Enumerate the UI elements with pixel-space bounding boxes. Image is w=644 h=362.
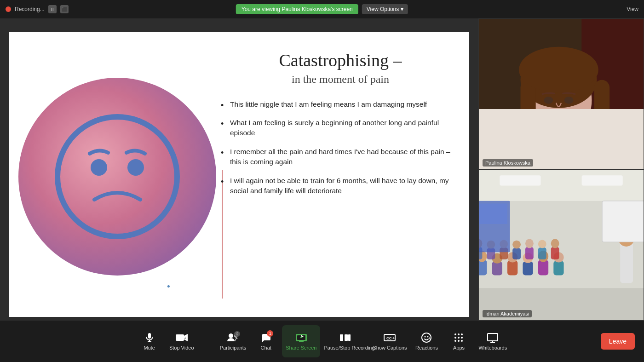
video-feed-person: Paulina Kloskowska [478, 18, 644, 170]
show-captions-icon: CC ▲ [383, 332, 396, 343]
svg-rect-14 [479, 170, 644, 201]
svg-point-76 [454, 340, 456, 342]
slide-title: Catastrophising – [221, 50, 460, 70]
svg-rect-18 [479, 260, 487, 275]
svg-rect-46 [602, 201, 644, 241]
svg-point-54 [229, 333, 233, 338]
pause-stop-recording-button[interactable]: Pause/Stop Recording [320, 325, 369, 357]
reactions-caret: ▲ [428, 336, 431, 340]
bottom-toolbar: ▲ Mute ▲ Stop Video 2 ▲ Participants [0, 321, 644, 362]
chat-button[interactable]: 1 Chat [250, 325, 282, 357]
reactions-icon: ▲ [421, 332, 432, 343]
stop-video-caret: ▲ [184, 336, 187, 340]
apps-icon [453, 332, 464, 343]
svg-point-11 [544, 97, 553, 103]
slide-illustration: + ○ [18, 78, 216, 299]
gradient-circle [18, 78, 216, 276]
bullet-3: I remember all the pain and hard times I… [221, 147, 460, 167]
mute-label: Mute [144, 345, 155, 351]
svg-point-1 [91, 159, 107, 176]
svg-rect-24 [523, 261, 533, 275]
video-panel: Paulina Kloskowska [478, 18, 644, 321]
bullet-2: What I am feeling is surely a beginning … [221, 118, 460, 138]
svg-rect-64 [348, 334, 351, 341]
chevron-down-icon: ▾ [401, 6, 403, 12]
stop-recording-button[interactable]: ⬛ [60, 5, 69, 13]
svg-rect-62 [340, 334, 343, 341]
mute-button[interactable]: ▲ Mute [133, 325, 166, 357]
svg-rect-36 [512, 248, 521, 259]
viewing-banner: You are viewing Paulina Kloskowska's scr… [236, 4, 358, 14]
stop-video-label: Stop Video [169, 345, 194, 351]
pause-recording-button[interactable]: ⏸ [48, 5, 57, 13]
view-options-button[interactable]: View Options ▾ [362, 4, 408, 14]
stop-video-button[interactable]: ▲ Stop Video [166, 325, 198, 357]
svg-rect-63 [345, 334, 348, 341]
bullet-4: I will again not be able to train for 6 … [221, 176, 460, 196]
slide-area: + ○ [0, 18, 478, 321]
svg-point-78 [461, 340, 463, 342]
svg-rect-20 [492, 261, 502, 275]
reactions-label: Reactions [415, 345, 438, 351]
main-content: + ○ [0, 18, 644, 321]
svg-point-77 [458, 340, 460, 342]
participants-caret: ▲ [235, 336, 239, 340]
svg-point-12 [564, 97, 574, 103]
svg-point-39 [525, 239, 534, 248]
bullet-1: This little niggle that I am feeling mea… [221, 99, 460, 109]
pause-stop-recording-label: Pause/Stop Recording [324, 345, 365, 351]
svg-point-37 [512, 240, 521, 248]
top-bar-center: You are viewing Paulina Kloskowska's scr… [236, 4, 408, 14]
svg-rect-79 [488, 333, 498, 341]
pause-stop-recording-icon [338, 332, 351, 343]
video-label-room: Idman Akademiyasi [483, 310, 532, 317]
share-screen-button[interactable]: Share Screen [282, 325, 320, 357]
svg-rect-26 [538, 260, 548, 275]
svg-point-75 [461, 337, 463, 339]
video-feed-room: Idman Akademiyasi [478, 170, 644, 321]
whiteboards-button[interactable]: Whiteboards [475, 325, 511, 357]
whiteboards-icon [487, 332, 499, 343]
slide-text-area: Catastrophising – in the moment of pain … [221, 50, 460, 205]
svg-text:CC: CC [386, 336, 392, 340]
participants-button[interactable]: 2 ▲ Participants [216, 325, 250, 357]
reactions-button[interactable]: ▲ Reactions [410, 325, 443, 357]
svg-rect-9 [594, 80, 610, 136]
svg-point-41 [538, 240, 546, 248]
person-video [479, 19, 644, 169]
participants-icon: 2 ▲ [226, 332, 239, 343]
slide-subtitle: in the moment of pain [221, 73, 460, 86]
top-bar-right: View [627, 6, 638, 12]
recording-label: Recording... [15, 6, 45, 12]
svg-rect-44 [620, 242, 633, 283]
svg-point-71 [458, 333, 460, 335]
participants-label: Participants [220, 345, 246, 351]
svg-rect-28 [553, 261, 564, 275]
svg-rect-42 [551, 247, 559, 259]
svg-rect-48 [479, 203, 507, 224]
show-captions-button[interactable]: CC ▲ Show Captions [369, 325, 410, 357]
apps-button[interactable]: Apps [443, 325, 475, 357]
svg-rect-8 [520, 80, 535, 146]
sad-face-svg [48, 108, 186, 246]
top-bar: Recording... ⏸ ⬛ You are viewing Paulina… [0, 0, 644, 18]
room-video [479, 170, 644, 321]
leave-button[interactable]: Leave [601, 333, 635, 350]
svg-point-2 [127, 159, 144, 176]
view-label: View [627, 6, 638, 12]
whiteboards-label: Whiteboards [478, 345, 507, 351]
apps-label: Apps [453, 345, 465, 351]
svg-rect-22 [507, 260, 518, 275]
svg-rect-38 [525, 247, 534, 259]
svg-point-43 [551, 239, 559, 248]
svg-rect-15 [500, 175, 540, 185]
video-label-person: Paulina Kloskowska [483, 159, 533, 167]
svg-rect-40 [538, 247, 546, 259]
chat-icon: 1 [260, 332, 271, 343]
chat-badge: 1 [267, 330, 273, 337]
svg-point-0 [58, 117, 177, 236]
svg-point-72 [461, 333, 463, 335]
svg-point-10 [519, 47, 598, 93]
svg-point-70 [454, 333, 456, 335]
show-captions-caret: ▲ [392, 336, 396, 340]
